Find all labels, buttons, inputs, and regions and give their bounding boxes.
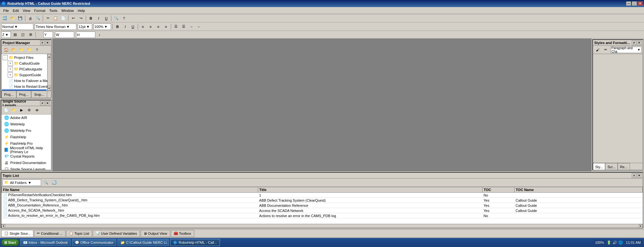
h-dropdown[interactable]: H xyxy=(76,32,95,38)
styles-pin-button[interactable]: # xyxy=(632,41,636,45)
styles-controls[interactable]: # ✕ xyxy=(632,41,641,45)
col-toc[interactable]: TOC xyxy=(482,187,514,193)
align-justify-button[interactable]: ≡ xyxy=(162,23,170,30)
tree-item-supportguide[interactable]: + 📁 SupportGuide xyxy=(2,72,47,78)
panel-pin-button[interactable]: # xyxy=(40,41,45,45)
col-title[interactable]: Title xyxy=(258,187,482,193)
menu-tools[interactable]: Tools xyxy=(47,8,59,13)
taskbar-item-folder[interactable]: 📁 C:\Callout Guide NERC Li... xyxy=(117,239,169,246)
style-dropdown[interactable]: Normal ▼ xyxy=(1,23,33,30)
underline-fmt-button[interactable]: U xyxy=(129,23,136,30)
styles-close-button[interactable]: ✕ xyxy=(637,41,641,45)
font-dropdown-arrow[interactable]: ▼ xyxy=(66,25,70,29)
folder-dropdown-arrow[interactable]: ▼ xyxy=(28,181,31,185)
table-row[interactable]: 📄 ABB_Defect_Tracking_System_(ClearQuest… xyxy=(2,198,643,203)
minimize-button[interactable]: — xyxy=(626,1,631,6)
outdent-button[interactable]: ← xyxy=(196,23,203,30)
table-row[interactable]: 📄 PIServerRestartVerificationChecklist.h… xyxy=(2,193,643,198)
tree-item-piserver[interactable]: - 📁 PIServerRestartVerificati xyxy=(2,89,47,91)
table-row[interactable]: 📄 Actions_to_resolve_an_error_in_the_CAM… xyxy=(2,213,643,218)
col-filename[interactable]: File Name xyxy=(2,187,258,193)
copy-button[interactable]: 📋 xyxy=(52,15,59,22)
ssl-item-adobe-air[interactable]: 🌐 Adobe AIR xyxy=(1,114,51,121)
topic-list-pin-button[interactable]: # xyxy=(632,173,636,178)
tb3-btn2[interactable]: ◫ xyxy=(19,31,26,38)
tree-item-project-files[interactable]: - 📁 Project Files xyxy=(2,55,47,60)
tree-item-calloutguide[interactable]: + 📁 CalloutGuide xyxy=(2,60,47,66)
underline-button[interactable]: U xyxy=(103,15,110,22)
bullet-list-button[interactable]: ☰ xyxy=(172,23,179,30)
font-dropdown[interactable]: Times New Roman ▼ xyxy=(35,23,76,30)
btm-tab-conditional[interactable]: ✏ Conditional ... xyxy=(34,230,65,237)
z-arrow[interactable]: ▼ xyxy=(5,33,9,37)
expand-picalloutguide[interactable]: + xyxy=(8,67,13,72)
tab-proj2[interactable]: Proj... xyxy=(16,91,31,98)
expand-calloutguide[interactable]: + xyxy=(8,61,13,66)
ssl-item-flashhelp-pro[interactable]: ⚡ FlashHelp Pro xyxy=(1,140,51,147)
bold-fmt-button[interactable]: B xyxy=(114,23,121,30)
panel-close-button[interactable]: ✕ xyxy=(45,41,50,45)
y-dropdown[interactable]: Y xyxy=(43,32,53,38)
pm-folder2-button[interactable]: 📁 xyxy=(26,46,33,53)
expand-supportguide[interactable]: + xyxy=(8,72,13,78)
styles-type-dropdown[interactable]: Paragraph and Cha ▼ xyxy=(611,47,642,53)
topic-scroll-right[interactable]: ► xyxy=(639,224,643,228)
tree-scroll-down[interactable]: ▼ xyxy=(48,86,51,91)
paste-button[interactable]: 📄 xyxy=(60,15,67,22)
tree-scroll-up[interactable]: ▲ xyxy=(48,54,51,59)
ssl-item-crystal-reports[interactable]: 💎 Crystal Reports xyxy=(1,153,51,160)
ssl-pin-button[interactable]: # xyxy=(40,101,45,105)
menu-window[interactable]: Window xyxy=(59,8,76,13)
pm-new-folder-button[interactable]: 📁 xyxy=(18,46,25,53)
pm-home-button[interactable]: 🏠 xyxy=(3,46,10,53)
menu-file[interactable]: File xyxy=(1,8,11,13)
ssl-item-flashhelp[interactable]: ⚡ FlashHelp xyxy=(1,134,51,140)
align-left-button[interactable]: ≡ xyxy=(139,23,146,30)
styles-edit-button[interactable]: ✏ xyxy=(602,46,609,53)
maximize-button[interactable]: □ xyxy=(632,1,637,6)
new-button[interactable]: 🆕 xyxy=(1,15,8,22)
zoom-dropdown-arrow[interactable]: ▼ xyxy=(104,25,108,29)
size-dropdown-arrow[interactable]: ▼ xyxy=(86,25,90,29)
menu-view[interactable]: View xyxy=(21,8,32,13)
size-dropdown[interactable]: 12pt ▼ xyxy=(78,23,92,30)
align-right-button[interactable]: ≡ xyxy=(155,23,162,30)
tb3-btn1[interactable]: ▤ xyxy=(12,31,19,38)
ssl-item-webhelp-pro[interactable]: 🌐 WebHelp Pro xyxy=(1,127,51,134)
tree-item-restart[interactable]: 📄 How to Restart Event Ar xyxy=(2,84,47,89)
ssl-item-printed-doc[interactable]: 🖨 Printed Documentation xyxy=(1,160,51,166)
ssl-settings-button[interactable]: ⚙ xyxy=(26,107,33,114)
italic-fmt-button[interactable]: I xyxy=(122,23,129,30)
redo-button[interactable]: ↪ xyxy=(77,15,84,22)
ssl-item-single-source[interactable]: 📋 Single Source Layouts xyxy=(1,166,51,170)
tree-item-failover[interactable]: 📄 How to Failover a Maste xyxy=(2,78,47,84)
tab-sty[interactable]: Sty... xyxy=(593,163,605,170)
w-dropdown[interactable]: W xyxy=(55,32,74,38)
ssl-controls[interactable]: # ✕ xyxy=(40,101,50,105)
btm-tab-topic-list[interactable]: 📋 Topic List xyxy=(66,230,92,237)
tb3-btn3[interactable]: ⊞ xyxy=(27,31,34,38)
close-button[interactable]: ✕ xyxy=(638,1,643,6)
tab-re[interactable]: Re... xyxy=(618,163,630,170)
tab-scr[interactable]: Scr... xyxy=(605,163,618,170)
panel-controls[interactable]: # ✕ xyxy=(40,41,50,45)
ssl-item-ms-html-help[interactable]: 📘 Microsoft HTML Help (Primary Le xyxy=(1,147,51,153)
tree-item-picalloutguide[interactable]: + 📁 PICalloutguide xyxy=(2,66,47,72)
tb3-scroll[interactable]: ↕ xyxy=(96,31,103,38)
all-folders-dropdown[interactable]: 📁 All Folders ▼ xyxy=(3,179,41,186)
bold-button[interactable]: B xyxy=(87,15,94,22)
title-bar-controls[interactable]: — □ ✕ xyxy=(626,1,643,6)
topic-search-button[interactable]: 🔍 xyxy=(42,179,49,186)
ssl-view-button[interactable]: 👁 xyxy=(33,107,40,114)
styles-paint-button[interactable]: 🖌 xyxy=(594,46,601,53)
z-dropdown[interactable]: Z ▼ xyxy=(1,32,11,38)
btm-tab-toolbox[interactable]: 🧰 Toolbox xyxy=(171,230,194,237)
tab-snip[interactable]: Snip... xyxy=(31,91,47,98)
expand-piserver[interactable]: - xyxy=(8,90,13,91)
btm-tab-single-sour[interactable]: 📋 Single Sour... xyxy=(1,230,33,237)
table-row[interactable]: 📄 ABB_Documentation_Reference_.htm ABB D… xyxy=(2,203,643,208)
col-toc-name[interactable]: TOC Name xyxy=(514,187,642,193)
taskbar-item-robohelp[interactable]: 🔷 RoboHelp HTML - Call... xyxy=(170,239,220,246)
topic-scroll-left[interactable]: ◄ xyxy=(1,224,5,228)
print-button[interactable]: 🖨 xyxy=(27,15,34,22)
